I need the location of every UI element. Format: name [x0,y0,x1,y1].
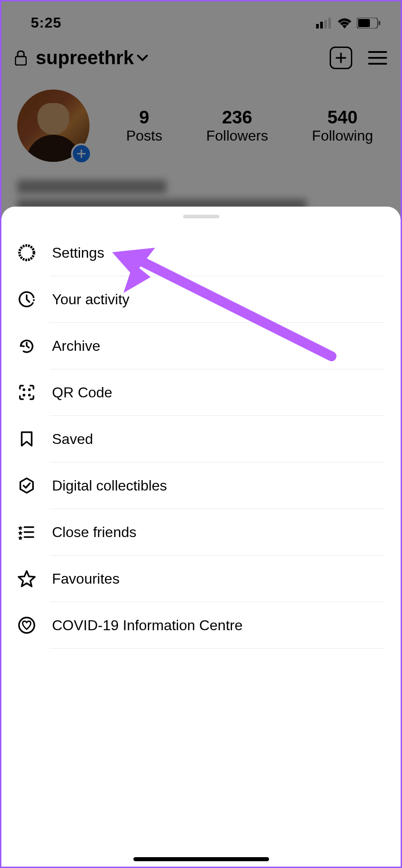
svg-point-11 [28,388,31,391]
gear-icon [17,243,36,262]
menu-item-close-friends[interactable]: Close friends [17,509,385,555]
menu-item-digital-collectibles[interactable]: Digital collectibles [17,462,385,509]
close-friends-icon [17,523,36,542]
menu-item-activity[interactable]: Your activity [17,276,385,322]
menu-label: Archive [52,338,100,354]
archive-icon [17,336,36,355]
heart-circle-icon [17,616,36,635]
qrcode-icon [17,383,36,402]
svg-point-13 [28,394,31,396]
star-icon [17,569,36,588]
sheet-handle[interactable] [183,215,219,218]
svg-point-10 [23,388,25,391]
menu-item-favourites[interactable]: Favourites [17,556,385,602]
menu-item-archive[interactable]: Archive [17,323,385,369]
menu-list: Settings Your activity Archive QR Code [1,230,401,649]
menu-label: Digital collectibles [52,477,167,494]
menu-item-saved[interactable]: Saved [17,416,385,462]
svg-point-12 [23,394,25,396]
menu-label: Saved [52,431,93,448]
menu-label: Your activity [52,291,129,308]
menu-label: QR Code [52,384,112,401]
menu-item-covid[interactable]: COVID-19 Information Centre [17,602,385,648]
menu-label: Close friends [52,524,137,541]
menu-item-qrcode[interactable]: QR Code [17,369,385,415]
menu-item-settings[interactable]: Settings [17,230,385,276]
svg-point-8 [19,245,34,260]
home-indicator[interactable] [133,857,269,861]
bookmark-icon [17,429,36,448]
menu-label: Settings [52,245,104,261]
menu-label: COVID-19 Information Centre [52,617,243,634]
hexagon-check-icon [17,476,36,495]
menu-label: Favourites [52,571,119,587]
activity-icon [17,290,36,309]
menu-bottom-sheet: Settings Your activity Archive QR Code [1,207,401,867]
svg-point-14 [19,618,34,633]
